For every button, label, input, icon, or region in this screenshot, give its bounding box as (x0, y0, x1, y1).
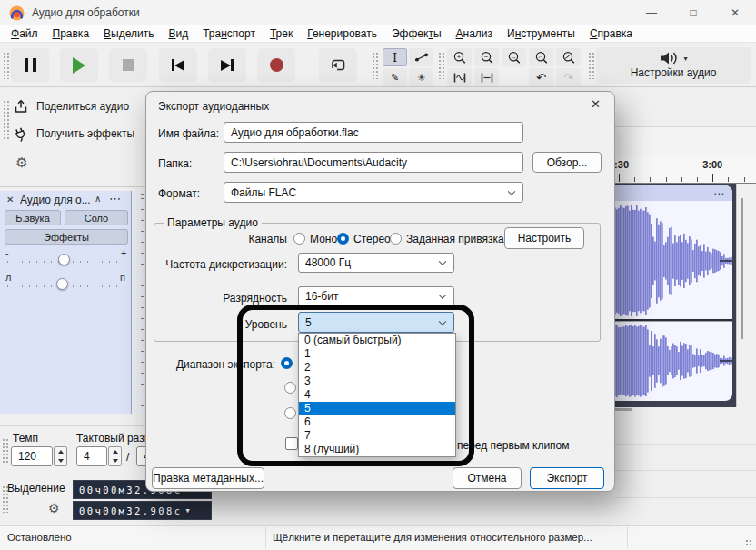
audio-clip[interactable]: ⋯ (614, 185, 732, 401)
silence-audio-button[interactable] (474, 68, 499, 86)
chevron-down-icon (439, 258, 446, 265)
zoom-project-button[interactable]: ⇔ (529, 48, 553, 66)
track-name[interactable]: Аудио для о... (20, 194, 91, 206)
tempo-grip-handle[interactable] (2, 438, 8, 464)
menu-item-5[interactable]: Трек (263, 27, 300, 40)
cancel-button[interactable]: Отмена (453, 467, 522, 489)
get-effects-button[interactable]: Получить эффекты (13, 122, 134, 145)
tempo-input[interactable] (11, 446, 53, 466)
skip-to-end-button[interactable] (208, 48, 246, 82)
vertical-scrollbar[interactable] (736, 184, 756, 407)
level-combobox[interactable]: 5 (298, 312, 454, 333)
redo-button[interactable]: ↷ (556, 68, 581, 86)
vertical-scrollbar-thumb[interactable] (741, 198, 743, 339)
maximize-button[interactable]: □ (672, 0, 714, 25)
export-button[interactable]: Экспорт (530, 467, 604, 489)
pause-button[interactable] (11, 48, 49, 82)
zoom-in-button[interactable]: + (447, 48, 472, 66)
selection-tool-button[interactable]: I (383, 48, 407, 66)
minimize-button[interactable]: — (631, 0, 672, 25)
selection-end-field[interactable]: 00ч00м32.908с ▼ (73, 501, 212, 520)
menu-item-2[interactable]: Выделить (96, 27, 161, 40)
level-option-5[interactable]: 5 (299, 402, 455, 415)
horizontal-scrollbar-thumb[interactable] (614, 408, 632, 411)
bit-depth-combobox[interactable]: 16-бит (298, 286, 454, 306)
transport-grip-handle[interactable] (3, 52, 9, 79)
level-option-6[interactable]: 6 (299, 415, 455, 429)
zoom-toggle-button[interactable] (556, 48, 581, 66)
vertical-scale-ruler[interactable] (133, 191, 145, 414)
envelope-tool-button[interactable] (409, 48, 433, 66)
edit-metadata-button[interactable]: Правка метаданных... (152, 467, 264, 489)
skip-to-start-button[interactable] (159, 48, 197, 82)
play-button[interactable] (60, 48, 98, 82)
beats-input[interactable] (76, 446, 107, 466)
dialog-close-button[interactable]: ✕ (591, 97, 601, 111)
pan-slider-thumb[interactable] (56, 278, 68, 290)
selection-gear-button[interactable]: ⚙ (48, 501, 60, 515)
menu-item-0[interactable]: Файл (4, 27, 45, 40)
export-range-radio-1[interactable] (281, 357, 293, 369)
mono-radio[interactable] (293, 233, 305, 245)
timeline-ruler[interactable]: 2:303:00 (614, 156, 756, 184)
clip-header[interactable]: ⋯ (614, 185, 732, 201)
menu-item-8[interactable]: Анализ (449, 27, 501, 40)
stereo-radio[interactable] (337, 233, 349, 245)
close-button[interactable]: ✕ (714, 0, 756, 25)
trim-blank-space-checkbox[interactable] (285, 437, 298, 450)
share-grip-handle[interactable] (3, 100, 9, 140)
edit-grip-handle[interactable] (438, 52, 444, 79)
track-collapse-icon[interactable]: ∧ (94, 194, 101, 204)
level-option-7[interactable]: 7 (299, 429, 455, 443)
custom-mapping-radio[interactable] (390, 233, 402, 245)
export-range-radio-3[interactable] (284, 407, 296, 419)
undo-button[interactable]: ↶ (529, 68, 553, 86)
share-audio-button[interactable]: Поделиться аудио (13, 95, 129, 118)
folder-input[interactable] (224, 152, 523, 173)
draw-tool-button[interactable]: ✎ (383, 68, 407, 86)
sample-rate-combobox[interactable]: 48000 Гц (298, 253, 454, 273)
solo-button[interactable]: Соло (65, 210, 128, 225)
tempo-stepper[interactable] (54, 446, 67, 466)
resize-grip[interactable] (745, 539, 753, 547)
menu-item-3[interactable]: Вид (161, 27, 195, 40)
menu-item-10[interactable]: Справка (582, 27, 640, 40)
level-option-2[interactable]: 2 (299, 361, 455, 375)
zoom-selection-button[interactable]: ↔ (502, 48, 526, 66)
menu-item-9[interactable]: Инструменты (500, 27, 582, 40)
mute-button[interactable]: Б.звука (5, 210, 61, 225)
record-button[interactable] (257, 48, 295, 82)
tools-grip-handle[interactable] (372, 52, 378, 79)
configure-button[interactable]: Настроить (504, 227, 584, 249)
menu-item-4[interactable]: Транспорт (195, 27, 263, 40)
browse-button[interactable]: Обзор... (532, 152, 602, 173)
level-option-3[interactable]: 3 (299, 375, 455, 388)
loop-button[interactable] (319, 48, 357, 82)
settings-gear-button[interactable]: ⚙ (9, 151, 35, 175)
export-range-radio-2[interactable] (284, 382, 296, 394)
menu-item-1[interactable]: Правка (45, 27, 97, 40)
track-close-button[interactable]: ✕ (6, 195, 14, 205)
level-option-8[interactable]: 8 (лучший) (299, 443, 455, 456)
track-canvas[interactable]: ⋯ (614, 184, 736, 407)
zoom-out-button[interactable]: − (474, 48, 499, 66)
multi-tool-button[interactable]: ✳ (409, 68, 433, 86)
beats-stepper[interactable] (108, 446, 122, 466)
audio-setup-grip-handle[interactable] (588, 52, 594, 79)
track-menu-icon[interactable]: ⋯ (109, 192, 122, 205)
selection-dropdown-icon[interactable]: ▼ (185, 507, 189, 515)
format-combobox[interactable]: Файлы FLAC (224, 182, 523, 203)
level-option-4[interactable]: 4 (299, 388, 455, 402)
stop-button[interactable] (109, 48, 147, 82)
audio-setup-button[interactable]: ▾ Настройки аудио (596, 47, 751, 84)
level-option-0[interactable]: 0 (самый быстрый) (299, 334, 455, 347)
filename-input[interactable] (224, 122, 523, 143)
menu-item-7[interactable]: Эффекты (384, 27, 449, 40)
gain-slider-thumb[interactable] (58, 254, 70, 265)
clip-menu-icon[interactable]: ⋯ (713, 189, 725, 198)
trim-audio-button[interactable] (447, 68, 472, 86)
level-option-1[interactable]: 1 (299, 347, 455, 361)
menu-item-6[interactable]: Генерировать (300, 27, 384, 40)
effects-button[interactable]: Эффекты (5, 229, 128, 245)
share-audio-icon (13, 99, 29, 114)
